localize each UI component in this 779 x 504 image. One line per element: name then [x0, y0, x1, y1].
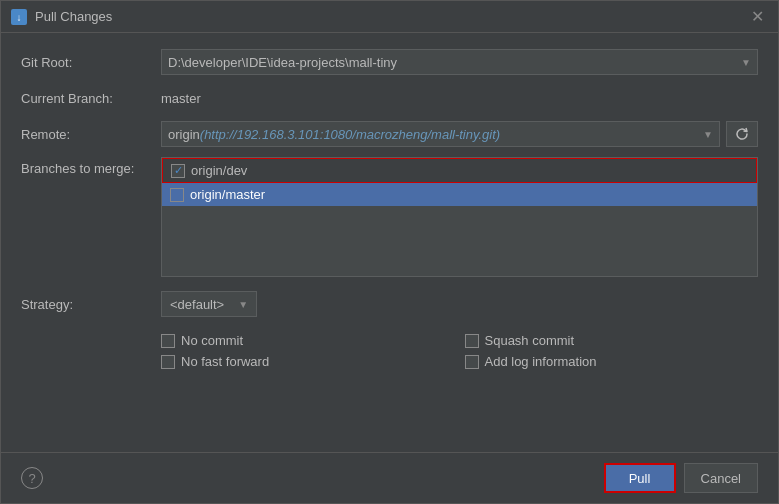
dialog-title: Pull Changes — [35, 9, 112, 24]
current-branch-value: master — [161, 91, 201, 106]
checkbox-no-fast-forward[interactable] — [161, 355, 175, 369]
remote-row: Remote: origin(http://192.168.3.101:1080… — [21, 121, 758, 147]
strategy-value: <default> — [170, 297, 224, 312]
branches-list: ✓ origin/dev origin/master — [161, 157, 758, 277]
label-no-fast-forward: No fast forward — [181, 354, 269, 369]
current-branch-row: Current Branch: master — [21, 85, 758, 111]
dialog-footer: ? Pull Cancel — [1, 452, 778, 503]
current-branch-label: Current Branch: — [21, 91, 161, 106]
options-grid: No commit Squash commit No fast forward … — [161, 333, 758, 369]
title-bar: ↓ Pull Changes ✕ — [1, 1, 778, 33]
close-button[interactable]: ✕ — [747, 9, 768, 25]
checkmark-icon: ✓ — [174, 165, 183, 176]
remote-dropdown[interactable]: origin(http://192.168.3.101:1080/macrozh… — [161, 121, 720, 147]
strategy-dropdown[interactable]: <default> ▼ — [161, 291, 257, 317]
remote-label: Remote: — [21, 127, 161, 142]
footer-buttons: Pull Cancel — [604, 463, 758, 493]
pull-button[interactable]: Pull — [604, 463, 676, 493]
branch-name-origin-master: origin/master — [190, 187, 265, 202]
strategy-label: Strategy: — [21, 297, 161, 312]
help-button[interactable]: ? — [21, 467, 43, 489]
branch-item-origin-dev[interactable]: ✓ origin/dev — [162, 158, 757, 183]
strategy-arrow-icon: ▼ — [238, 299, 248, 310]
git-root-row: Git Root: D:\developer\IDE\idea-projects… — [21, 49, 758, 75]
git-root-value: D:\developer\IDE\idea-projects\mall-tiny — [168, 55, 397, 70]
branches-section: Branches to merge: ✓ origin/dev origin/m… — [21, 157, 758, 277]
remote-prefix: origin — [168, 127, 200, 142]
remote-url: (http://192.168.3.101:1080/macrozheng/ma… — [200, 127, 500, 142]
refresh-button[interactable] — [726, 121, 758, 147]
cancel-button[interactable]: Cancel — [684, 463, 758, 493]
option-no-commit: No commit — [161, 333, 455, 348]
remote-arrow-icon: ▼ — [703, 129, 713, 140]
label-squash-commit: Squash commit — [485, 333, 575, 348]
remote-input-row: origin(http://192.168.3.101:1080/macrozh… — [161, 121, 758, 147]
branch-checkbox-origin-master[interactable] — [170, 188, 184, 202]
remote-display: origin(http://192.168.3.101:1080/macrozh… — [168, 127, 500, 142]
checkbox-no-commit[interactable] — [161, 334, 175, 348]
git-root-arrow-icon: ▼ — [741, 57, 751, 68]
dialog-icon: ↓ — [11, 9, 27, 25]
label-no-commit: No commit — [181, 333, 243, 348]
branch-checkbox-origin-dev[interactable]: ✓ — [171, 164, 185, 178]
branches-label: Branches to merge: — [21, 157, 161, 176]
branch-name-origin-dev: origin/dev — [191, 163, 247, 178]
checkbox-squash-commit[interactable] — [465, 334, 479, 348]
dialog-content: Git Root: D:\developer\IDE\idea-projects… — [1, 33, 778, 452]
label-add-log-info: Add log information — [485, 354, 597, 369]
title-bar-left: ↓ Pull Changes — [11, 9, 112, 25]
option-squash-commit: Squash commit — [465, 333, 759, 348]
checkbox-add-log-info[interactable] — [465, 355, 479, 369]
pull-changes-dialog: ↓ Pull Changes ✕ Git Root: D:\developer\… — [0, 0, 779, 504]
svg-text:↓: ↓ — [17, 12, 22, 23]
git-root-dropdown[interactable]: D:\developer\IDE\idea-projects\mall-tiny… — [161, 49, 758, 75]
help-icon-label: ? — [28, 471, 35, 486]
option-no-fast-forward: No fast forward — [161, 354, 455, 369]
option-add-log-info: Add log information — [465, 354, 759, 369]
branch-item-origin-master[interactable]: origin/master — [162, 183, 757, 206]
strategy-row: Strategy: <default> ▼ — [21, 291, 758, 317]
git-root-label: Git Root: — [21, 55, 161, 70]
